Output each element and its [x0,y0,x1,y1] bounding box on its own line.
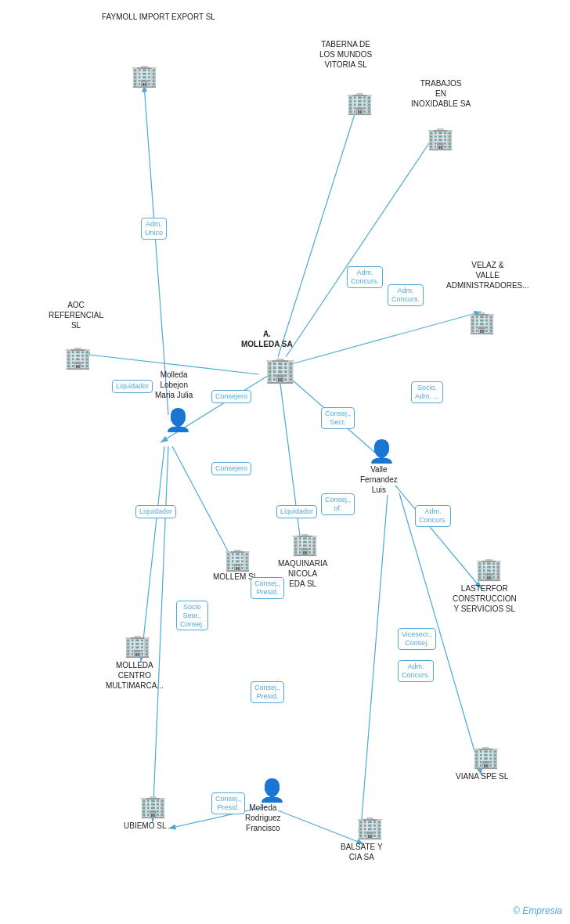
role-adm-concurs2: Adm.Concurs. [388,284,424,306]
role-vicesecr-consej: Vicesecr.,Consej. [398,628,436,650]
role-consej-presid3: Consej.,Presid. [211,792,245,814]
svg-line-4 [278,102,359,357]
role-adm-unico: Adm.Unico [141,218,167,240]
building-taberna: 🏢 [346,90,373,116]
role-adm-concurs3: Adm.Concurs. [398,660,434,682]
role-consejero1: Consejero [211,390,251,403]
person-icon-valle: 👤 [368,439,395,464]
role-consej-presid2: Consej.,Presid. [251,681,284,703]
company-balsate: BALSATE YCIA SA [341,842,383,862]
building-faymoll: 🏢 [131,63,158,88]
building-ubiemo: 🏢 [139,793,167,819]
building-velaz: 🏢 [468,309,496,335]
person-molleda-rodriguez: MolledaRodriguezFrancisco [245,803,281,833]
building-lasterfor: 🏢 [475,556,503,582]
role-consej-presid1: Consej.,Presid. [251,577,284,599]
role-adm-concurs4: Adm.Concurs. [415,505,451,527]
role-liquidador1: Liquidador [112,380,153,393]
svg-line-16 [278,810,364,844]
company-taberna: TABERNA DELOS MUNDOSVITORIA SL [319,39,372,70]
building-mollem: 🏢 [224,547,251,572]
building-balsate: 🏢 [356,814,384,840]
person-molleda-lobejon: MolledaLobejonMaria Julia [155,370,193,400]
role-consejero2: Consejero [211,462,251,475]
company-velaz: VELAZ &VALLEADMINISTRADORES... [446,260,529,291]
svg-line-14 [280,384,301,548]
building-trabajos: 🏢 [427,125,454,151]
watermark: © Empresia [513,905,562,916]
person-valle: ValleFernandezLuis [360,464,398,495]
svg-line-5 [286,132,437,357]
role-socio-seor-consej: SocioSeor.,Consej. [176,601,208,630]
role-liquidador2: Liquidador [135,505,176,518]
person-icon-molleda-lobejon: 👤 [164,407,192,433]
company-viana: VIANA SPE SL [456,771,508,781]
svg-line-2 [144,85,168,415]
building-viana: 🏢 [472,744,500,770]
person-icon-molleda-rodriguez: 👤 [258,778,286,803]
company-trabajos: TRABAJOSENINOXIDABLE SA [411,78,471,109]
role-consej-secr: Consej.,Secr. [321,407,355,429]
company-ubiemo: UBIEMO SL [124,821,166,831]
company-maquinaria: MAQUINARIANICOLAEDA SL [278,558,327,589]
role-consej-of: Consej.,of. [321,493,355,515]
svg-line-8 [395,485,482,589]
building-molleda-sa: 🏢 [265,355,296,384]
company-aoc: AOCREFERENCIALSL [49,300,103,330]
company-molleda-centro: MOLLEDACENTROMULTIMARCA... [106,660,164,691]
svg-line-13 [153,446,168,822]
role-adm-concurs1: Adm.Concurs. [347,266,383,288]
role-liquidador3: Liquidador [276,505,317,518]
svg-line-6 [291,312,482,364]
svg-line-10 [360,495,388,838]
building-aoc: 🏢 [64,345,92,370]
company-lasterfor: LASTERFORCONSTRUCCIONY SERVICIOS SL [453,583,517,614]
building-maquinaria: 🏢 [291,531,319,557]
company-faymoll: FAYMOLL IMPORT EXPORT SL [102,12,215,22]
building-molleda-centro: 🏢 [124,633,151,659]
role-socio-adm: Socio,Adm. ... [411,381,443,403]
company-molleda-sa[interactable]: A.MOLLEDA SA [241,329,293,349]
